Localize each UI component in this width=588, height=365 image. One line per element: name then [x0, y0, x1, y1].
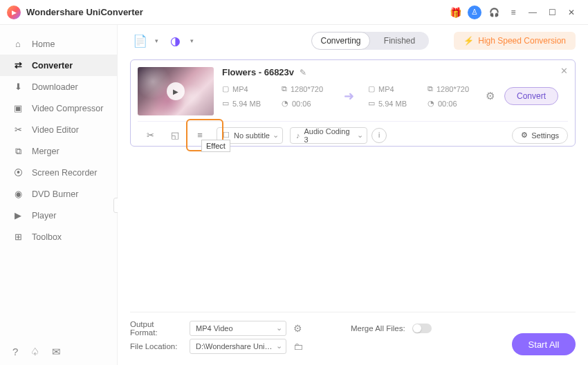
sidebar: ⌂Home ⇄Converter ⬇Downloader ▣Video Comp… [0, 25, 118, 365]
bolt-icon: ⚡ [463, 36, 474, 46]
titlebar: Wondershare UniConverter 🎁 ♙ 🎧 ≡ — ☐ ✕ [0, 0, 588, 25]
feedback-icon[interactable]: ✉ [52, 346, 61, 358]
notification-icon[interactable]: ♤ [30, 346, 39, 358]
sidebar-item-home[interactable]: ⌂Home [0, 33, 117, 55]
dvd-icon: ◉ [12, 189, 24, 199]
sidebar-item-label: Video Editor [32, 125, 79, 135]
add-file-button[interactable]: 📄 [130, 32, 149, 50]
toolbox-icon: ⊞ [12, 232, 24, 242]
sidebar-item-compressor[interactable]: ▣Video Compressor [0, 97, 117, 119]
converter-icon: ⇄ [12, 60, 24, 71]
status-tabs: Converting Finished [311, 32, 429, 50]
file-location-select[interactable]: D:\Wondershare UniConverter 1 [190, 339, 286, 354]
size-icon: ▭ [368, 99, 375, 108]
chevron-down-icon[interactable]: ▾ [155, 37, 158, 44]
sidebar-item-label: Video Compressor [32, 104, 103, 113]
add-dvd-button[interactable]: ◑ [165, 32, 185, 50]
duration-icon: ◔ [428, 99, 434, 108]
app-logo [7, 6, 21, 19]
resolution-icon: ⧉ [428, 84, 433, 93]
file-settings-button[interactable]: ⚙Settings [512, 127, 568, 144]
support-icon[interactable]: 🎧 [484, 3, 504, 22]
open-folder-icon[interactable]: 🗀 [293, 341, 303, 352]
file-name: Flowers - 66823v [222, 67, 294, 77]
video-icon: ▢ [368, 84, 375, 93]
convert-button[interactable]: Convert [504, 87, 558, 105]
file-location-label: File Location: [130, 342, 183, 350]
crop-icon: ◱ [171, 130, 179, 140]
bottom-bar: Output Format: MP4 Video ⚙ Merge All Fil… [130, 312, 576, 365]
merger-icon: ⧉ [12, 146, 24, 157]
maximize-icon[interactable]: ☐ [542, 3, 562, 22]
editor-icon: ✂ [12, 124, 24, 135]
recorder-icon: ⦿ [12, 167, 24, 178]
output-format-select[interactable]: MP4 Video [190, 321, 286, 336]
sidebar-item-label: Converter [32, 61, 73, 71]
home-icon: ⌂ [12, 39, 24, 49]
effect-tooltip: Effect [201, 140, 230, 152]
crop-button[interactable]: ◱ [163, 127, 187, 144]
start-all-button[interactable]: Start All [512, 333, 576, 355]
arrow-right-icon: ➜ [333, 88, 365, 104]
app-title: Wondershare UniConverter [26, 7, 445, 17]
info-button[interactable]: i [371, 128, 387, 143]
account-icon[interactable]: ♙ [465, 3, 484, 22]
sidebar-item-label: Home [32, 39, 55, 49]
sidebar-item-label: Toolbox [32, 232, 62, 242]
effect-icon: ≡ [197, 130, 203, 140]
remove-file-button[interactable]: ✕ [560, 66, 568, 76]
merge-label: Merge All Files: [351, 324, 405, 333]
sidebar-item-label: Player [32, 211, 56, 221]
merge-toggle[interactable] [412, 324, 432, 333]
tab-finished[interactable]: Finished [370, 32, 429, 50]
video-icon: ▢ [222, 84, 229, 93]
output-format-label: Output Format: [130, 320, 183, 337]
sidebar-item-recorder[interactable]: ⦿Screen Recorder [0, 162, 117, 183]
resolution-icon: ⧉ [282, 84, 287, 93]
sidebar-item-label: Downloader [32, 82, 78, 92]
main-panel: 📄 ▾ ◑ ▾ Converting Finished ⚡High Speed … [118, 25, 588, 365]
sidebar-item-converter[interactable]: ⇄Converter [0, 55, 117, 76]
duration-icon: ◔ [282, 99, 288, 108]
sidebar-item-label: DVD Burner [32, 189, 78, 199]
video-thumbnail[interactable]: ▶ [138, 67, 214, 115]
sidebar-item-label: Screen Recorder [32, 168, 98, 178]
gear-icon: ⚙ [521, 131, 528, 140]
gift-icon[interactable]: 🎁 [445, 3, 465, 22]
sidebar-item-dvd[interactable]: ◉DVD Burner [0, 183, 117, 205]
sidebar-item-editor[interactable]: ✂Video Editor [0, 119, 117, 140]
source-meta: ▢MP4 ⧉1280*720 ▭5.94 MB ◔00:06 [222, 84, 330, 108]
compressor-icon: ▣ [12, 103, 24, 113]
tab-converting[interactable]: Converting [311, 32, 370, 50]
size-icon: ▭ [222, 99, 229, 108]
close-icon[interactable]: ✕ [562, 3, 581, 22]
add-file-icon: 📄 [133, 34, 147, 48]
trim-button[interactable]: ✂ [138, 127, 163, 144]
info-icon: i [378, 131, 380, 139]
target-meta: ▢MP4 ⧉1280*720 ▭5.94 MB ◔00:06 [368, 84, 476, 108]
rename-icon[interactable]: ✎ [300, 68, 306, 77]
add-dvd-icon: ◑ [170, 34, 181, 48]
high-speed-button[interactable]: ⚡High Speed Conversion [454, 32, 576, 50]
output-settings-icon[interactable]: ⚙ [293, 323, 302, 334]
chevron-down-icon[interactable]: ▾ [190, 37, 194, 44]
minimize-icon[interactable]: — [523, 3, 542, 22]
menu-icon[interactable]: ≡ [504, 3, 523, 22]
sidebar-item-label: Merger [32, 147, 59, 156]
audio-icon: ♪ [296, 131, 300, 140]
file-card: ✕ ▶ Flowers - 66823v ✎ ▢MP4 ⧉1280*720 [130, 59, 576, 147]
play-icon: ▶ [167, 82, 185, 100]
sidebar-item-merger[interactable]: ⧉Merger [0, 140, 117, 162]
subtitle-icon: ☐ [223, 131, 230, 140]
player-icon: ▶ [12, 210, 24, 221]
sidebar-item-downloader[interactable]: ⬇Downloader [0, 76, 117, 97]
scissors-icon: ✂ [147, 130, 154, 140]
output-settings-icon[interactable]: ⚙ [479, 90, 502, 102]
audio-select[interactable]: ♪Audio Coding 3 [290, 127, 367, 144]
sidebar-item-player[interactable]: ▶Player [0, 205, 117, 226]
help-icon[interactable]: ? [12, 346, 18, 358]
downloader-icon: ⬇ [12, 82, 24, 92]
sidebar-item-toolbox[interactable]: ⊞Toolbox [0, 226, 117, 247]
